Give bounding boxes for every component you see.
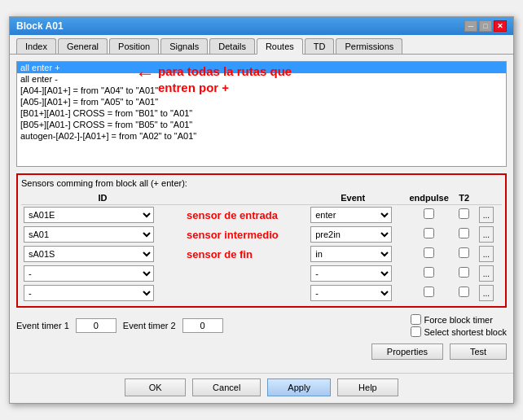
sensor-name-2: sensor de fin <box>187 248 253 260</box>
route-item-2[interactable]: [A04-][A01+] = from "A04" to "A01" <box>17 85 506 96</box>
sensor-endpulse-2[interactable] <box>424 247 434 258</box>
col-header-id: ID <box>21 191 184 205</box>
bottom-buttons: OK Cancel Apply Help <box>10 373 513 403</box>
tab-signals[interactable]: Signals <box>160 38 208 54</box>
cancel-button[interactable]: Cancel <box>192 378 261 396</box>
sensor-endpulse-3[interactable] <box>424 267 434 278</box>
ok-button[interactable]: OK <box>125 378 186 396</box>
sensor-event-select-0[interactable]: enter <box>310 207 392 223</box>
checkboxes-panel: Force block timer Select shortest block <box>411 314 508 337</box>
minimize-button[interactable]: ─ <box>464 20 477 32</box>
sensor-id-select-3[interactable]: - <box>24 265 154 282</box>
timer2-input[interactable] <box>182 318 223 333</box>
tab-position[interactable]: Position <box>109 38 159 54</box>
timer2-label: Event timer 2 <box>123 321 176 330</box>
tab-td[interactable]: TD <box>305 38 335 54</box>
timer1-input[interactable] <box>76 318 116 333</box>
tab-permissions[interactable]: Permissions <box>336 38 402 54</box>
sensor-dots-1[interactable]: ... <box>479 226 494 243</box>
sensor-endpulse-4[interactable] <box>424 287 434 297</box>
sensor-endpulse-1[interactable] <box>424 228 434 238</box>
select-shortest-label[interactable]: Select shortest block <box>411 326 508 337</box>
sensor-section: Sensors comming from block all (+ enter)… <box>16 173 507 308</box>
sensor-row-1: sA01 sensor intermedio pre2in ... <box>21 225 502 244</box>
route-item-4[interactable]: [B01+][A01-] CROSS = from "B01" to "A01" <box>17 107 506 119</box>
tab-details[interactable]: Details <box>209 38 255 54</box>
tab-content: all enter + all enter - [A04-][A01+] = f… <box>10 55 513 373</box>
sensor-event-select-4[interactable]: - <box>310 285 392 301</box>
col-header-endpulse: endpulse <box>406 191 451 205</box>
force-block-timer-label[interactable]: Force block timer <box>411 314 508 325</box>
sensor-endpulse-0[interactable] <box>424 208 434 219</box>
sensor-event-select-3[interactable]: - <box>310 265 392 282</box>
sensor-id-select-0[interactable]: sA01E <box>24 207 154 223</box>
sensor-id-select-4[interactable]: - <box>24 285 154 301</box>
properties-button[interactable]: Properties <box>371 343 443 360</box>
route-item-5[interactable]: [B05+][A01-] CROSS = from "B05" to "A01" <box>17 119 506 130</box>
sensor-section-label: Sensors comming from block all (+ enter)… <box>21 178 502 188</box>
sensor-event-select-2[interactable]: in <box>310 246 392 262</box>
sensor-name-1: sensor intermedio <box>187 229 279 241</box>
route-item-3[interactable]: [A05-][A01+] = from "A05" to "A01" <box>17 96 506 107</box>
title-bar-buttons: ─ □ ✕ <box>464 20 507 32</box>
col-header-t2: T2 <box>452 191 477 205</box>
window-title: Block A01 <box>16 20 64 32</box>
col-header-event: Event <box>308 191 398 205</box>
sensor-dots-2[interactable]: ... <box>479 246 494 262</box>
close-button[interactable]: ✕ <box>494 20 507 32</box>
sensor-dots-4[interactable]: ... <box>479 285 494 301</box>
title-bar: Block A01 ─ □ ✕ <box>10 17 513 35</box>
route-item-1[interactable]: all enter - <box>17 73 506 85</box>
sensor-dots-0[interactable]: ... <box>479 207 494 223</box>
help-button[interactable]: Help <box>337 378 398 396</box>
route-item-6[interactable]: autogen-[A02-]-[A01+] = from "A02" to "A… <box>17 130 506 142</box>
route-list[interactable]: all enter + all enter - [A04-][A01+] = f… <box>16 61 507 167</box>
sensor-t2-1[interactable] <box>459 228 469 238</box>
sensor-table: ID Event endpulse T2 sA01E <box>21 191 502 303</box>
sensor-id-0: sA01E <box>21 205 184 225</box>
sensor-t2-3[interactable] <box>459 267 469 278</box>
sensor-event-select-1[interactable]: pre2in <box>310 226 392 243</box>
sensor-name-0: sensor de entrada <box>187 209 278 221</box>
tab-routes[interactable]: Routes <box>257 38 303 55</box>
props-test-row: Properties Test <box>16 343 507 360</box>
sensor-dots-3[interactable]: ... <box>479 265 494 282</box>
sensor-row-0: sA01E sensor de entrada enter ... <box>21 205 502 225</box>
sensor-row-4: - - ... <box>21 283 502 303</box>
force-block-timer-checkbox[interactable] <box>411 314 421 325</box>
tab-bar: Index General Position Signals Details R… <box>10 35 513 55</box>
test-button[interactable]: Test <box>450 343 507 360</box>
sensor-row-2: sA01S sensor de fin in ... <box>21 244 502 264</box>
sensor-id-select-2[interactable]: sA01S <box>24 246 154 262</box>
sensor-t2-4[interactable] <box>459 287 469 297</box>
tab-general[interactable]: General <box>58 38 108 54</box>
maximize-button[interactable]: □ <box>479 20 492 32</box>
main-window: Block A01 ─ □ ✕ Index General Position S… <box>9 16 514 404</box>
sensor-t2-2[interactable] <box>459 247 469 258</box>
timers-row: Event timer 1 Event timer 2 Force block … <box>16 314 507 337</box>
sensor-id-select-1[interactable]: sA01 <box>24 226 154 243</box>
timer1-label: Event timer 1 <box>16 321 69 330</box>
tab-index[interactable]: Index <box>16 38 56 54</box>
apply-button[interactable]: Apply <box>267 378 331 396</box>
sensor-t2-0[interactable] <box>459 208 469 219</box>
route-item-0[interactable]: all enter + <box>17 62 506 73</box>
select-shortest-checkbox[interactable] <box>411 326 421 337</box>
sensor-row-3: - - ... <box>21 264 502 283</box>
